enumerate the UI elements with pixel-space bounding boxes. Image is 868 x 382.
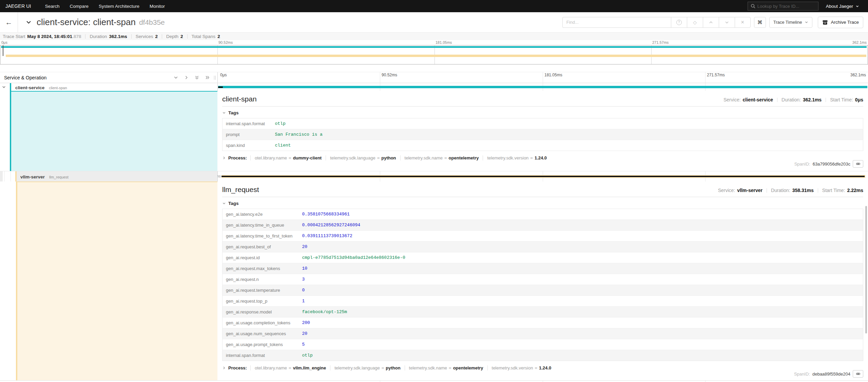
find-focus-button[interactable]: ◇ bbox=[687, 17, 703, 28]
jaeger-logo[interactable]: JAEGER UI bbox=[5, 3, 31, 9]
process-accordion[interactable]: Process: otel.library.name=dummy-client … bbox=[222, 155, 863, 160]
process-value: 1.24.0 bbox=[535, 155, 547, 160]
tag-row: internal.span.formatotlp bbox=[223, 350, 863, 361]
tags-accordion[interactable]: Tags bbox=[222, 201, 863, 206]
process-value: dummy-client bbox=[293, 155, 322, 160]
tag-value: 3 bbox=[299, 274, 863, 285]
span-bar-llm-request[interactable] bbox=[221, 175, 865, 178]
expand-one-icon[interactable] bbox=[184, 75, 189, 80]
collapse-all-icon[interactable] bbox=[194, 75, 199, 80]
equals-sign: = bbox=[535, 365, 537, 370]
find-clear-button[interactable]: ✕ bbox=[735, 17, 751, 28]
about-jaeger-menu[interactable]: About Jaeger bbox=[826, 4, 859, 9]
duration-label: Duration bbox=[90, 34, 107, 39]
collapse-one-icon[interactable] bbox=[173, 75, 178, 80]
span-row-client-span-track[interactable] bbox=[217, 83, 868, 91]
tag-row: internal.span.formatotlp bbox=[223, 118, 863, 129]
tags-table-client-span: internal.span.formatotlp promptSan Franc… bbox=[222, 118, 863, 151]
close-icon: ✕ bbox=[741, 20, 745, 25]
copy-span-link-button[interactable] bbox=[853, 370, 863, 378]
minimap-tick: 90.52ms bbox=[218, 40, 233, 44]
find-help-button[interactable]: ? bbox=[671, 17, 687, 28]
equals-sign: = bbox=[449, 365, 451, 370]
detail-accent-bar bbox=[10, 91, 11, 171]
process-value: 1.24.0 bbox=[539, 365, 551, 370]
copy-span-link-button[interactable] bbox=[853, 160, 863, 168]
nav-item-compare[interactable]: Compare bbox=[65, 4, 94, 9]
minimap-tick-labels: 0μs 90.52ms 181.05ms 271.57ms 362.1ms bbox=[0, 40, 868, 45]
trace-start-label: Trace Start bbox=[3, 34, 25, 39]
tag-value: facebook/opt-125m bbox=[299, 307, 863, 318]
span-operation-name: llm_request bbox=[49, 175, 69, 179]
expand-all-icon[interactable] bbox=[205, 75, 210, 80]
trace-start-value: May 8 2024, 18:45:01 bbox=[27, 34, 72, 39]
trace-collapse-toggle[interactable] bbox=[25, 19, 32, 25]
depth-value: 2 bbox=[180, 34, 183, 39]
duration-label: Duration: bbox=[771, 188, 790, 193]
column-resizer[interactable] bbox=[214, 76, 216, 80]
span-bar-client-span[interactable] bbox=[218, 86, 867, 88]
process-accordion[interactable]: Process: otel.library.name=vllm.llm_engi… bbox=[222, 365, 863, 370]
trace-view-select[interactable]: Trace Timeline bbox=[769, 17, 813, 28]
trace-duration: Duration 362.1ms bbox=[90, 34, 127, 39]
chevron-down-icon bbox=[25, 19, 32, 25]
chevron-down-icon bbox=[855, 4, 859, 8]
nav-item-search[interactable]: Search bbox=[40, 4, 65, 9]
timeline-tick: 0μs bbox=[220, 73, 227, 77]
duration-label: Duration: bbox=[782, 97, 801, 102]
divider bbox=[777, 98, 777, 102]
tags-accordion[interactable]: Tags bbox=[222, 110, 863, 115]
tag-row: gen_ai.usage.prompt_tokens5 bbox=[223, 339, 863, 350]
tags-label: Tags bbox=[228, 110, 239, 115]
trace-id-lookup[interactable] bbox=[748, 2, 818, 11]
depth-label: Depth bbox=[166, 34, 178, 39]
tag-value: 1 bbox=[299, 296, 863, 307]
critical-path-segment bbox=[218, 87, 223, 88]
tag-key: gen_ai.response.model bbox=[223, 307, 299, 318]
span-row-llm-request-track[interactable]: 358.31ms bbox=[217, 171, 868, 182]
about-jaeger-label: About Jaeger bbox=[826, 4, 853, 9]
divider bbox=[85, 34, 85, 39]
tag-row: gen_ai.request.idcmpl-e7785d7513d94ba0ad… bbox=[223, 252, 863, 263]
tag-key: span.kind bbox=[223, 140, 272, 151]
tag-key: internal.span.format bbox=[223, 118, 272, 129]
span-id-label: SpanID: bbox=[794, 161, 810, 167]
minimap-scrubber-handle[interactable] bbox=[3, 45, 3, 56]
minimap-tick: 271.57ms bbox=[652, 40, 669, 44]
process-label: Process: bbox=[228, 365, 247, 370]
nav-item-monitor[interactable]: Monitor bbox=[144, 4, 170, 9]
find-input[interactable] bbox=[562, 17, 671, 28]
back-button[interactable]: ← bbox=[0, 12, 18, 32]
process-key: otel.library.name bbox=[255, 155, 287, 160]
span-row-client-span-label[interactable]: client-serviceclient-span bbox=[0, 83, 217, 91]
timeline-minimap[interactable] bbox=[0, 45, 868, 64]
tag-value: 5 bbox=[299, 339, 863, 350]
process-item: telemetry.sdk.version=1.24.0 bbox=[487, 365, 556, 370]
archive-trace-button[interactable]: Archive Trace bbox=[818, 17, 863, 28]
trace-summary-bar: Trace Start May 8 2024, 18:45:01.878 Dur… bbox=[0, 33, 868, 40]
chevron-down-icon bbox=[725, 20, 729, 25]
span-operation-name: client-span bbox=[49, 86, 67, 90]
start-time-value: 2.22ms bbox=[847, 188, 863, 193]
scrollbar[interactable] bbox=[865, 206, 867, 333]
tag-row: gen_ai.request.top_p1 bbox=[223, 296, 863, 307]
span-children-toggle[interactable] bbox=[2, 85, 6, 89]
total-spans-value: 2 bbox=[217, 34, 220, 39]
trace-id-lookup-input[interactable] bbox=[757, 4, 815, 9]
find-next-button[interactable] bbox=[719, 17, 735, 28]
trace-title-bar: ← client-service: client-span df4b35e ? … bbox=[0, 12, 868, 33]
span-row-llm-request-label[interactable]: vllm-serverllm_request bbox=[0, 171, 217, 182]
span-row-client-span[interactable]: client-serviceclient-span bbox=[0, 83, 868, 91]
chevron-down-icon bbox=[222, 111, 226, 115]
nav-item-system-architecture[interactable]: System Architecture bbox=[94, 4, 144, 9]
tag-row: gen_ai.request.temperature0 bbox=[223, 285, 863, 296]
divider bbox=[131, 34, 132, 39]
find-prev-button[interactable] bbox=[703, 17, 719, 28]
detail-title: llm_request bbox=[222, 186, 259, 194]
tags-label: Tags bbox=[228, 201, 239, 206]
tag-key: gen_ai.usage.prompt_tokens bbox=[223, 339, 299, 350]
divider bbox=[826, 98, 826, 102]
keyboard-shortcuts-button[interactable]: ⌘ bbox=[754, 17, 766, 28]
span-row-llm-request[interactable]: vllm-serverllm_request 358.31ms bbox=[0, 171, 868, 182]
chevron-down-icon bbox=[222, 202, 226, 205]
